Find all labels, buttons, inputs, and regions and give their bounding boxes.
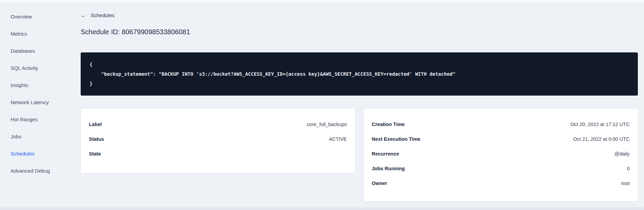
sidebar-item-metrics[interactable]: Metrics [0,25,81,42]
schedule-definition-code-block: { "backup_statement": "BACKUP INTO 's3:/… [81,52,638,96]
detail-row-state: State [89,146,347,161]
bottom-edge-strip [0,207,644,210]
sidebar-item-schedules[interactable]: Schedules [0,145,81,162]
row-label: Creation Time [372,122,405,127]
sidebar-item-insights[interactable]: Insights [0,76,81,94]
row-value: ACTIVE [329,136,347,142]
back-link-label: Schedules [91,13,115,18]
detail-row-status: Status ACTIVE [89,132,347,146]
row-value: @daily [614,151,630,157]
detail-row-jobs-running: Jobs Running 0 [372,161,630,176]
row-label: Owner [372,181,387,186]
sidebar-item-advanced-debug[interactable]: Advanced Debug [0,162,81,179]
sidebar-item-databases[interactable]: Databases [0,42,81,59]
row-label: State [89,151,101,157]
sidebar: Overview Metrics Databases SQL Activity … [0,0,81,210]
sidebar-item-network-latency[interactable]: Network Latency [0,94,81,111]
schedule-details-page: ← Schedules Schedule ID: 806799098533806… [81,0,638,201]
schedule-timing-card: Creation Time Oct 20, 2022 at 17:12 UTC … [364,109,638,201]
detail-row-owner: Owner root [372,176,630,190]
detail-cards-row: Label core_full_backups Status ACTIVE St… [81,109,638,201]
row-label: Jobs Running [372,166,405,171]
detail-row-label: Label core_full_backups [89,117,347,132]
sidebar-item-jobs[interactable]: Jobs [0,128,81,145]
row-value: root [621,181,630,186]
back-to-schedules-link[interactable]: ← Schedules [81,13,115,18]
sidebar-item-overview[interactable]: Overview [0,8,81,25]
detail-row-creation-time: Creation Time Oct 20, 2022 at 17:12 UTC [372,117,630,132]
back-arrow-icon: ← [81,13,86,18]
sidebar-item-sql-activity[interactable]: SQL Activity [0,59,81,76]
row-label: Recurrence [372,151,399,157]
row-label: Status [89,136,104,142]
detail-row-next-execution-time: Next Execution Time Oct 21, 2022 at 0:00… [372,132,630,146]
sidebar-item-hot-ranges[interactable]: Hot Ranges [0,111,81,128]
row-value: 0 [627,166,630,171]
row-value: Oct 20, 2022 at 17:12 UTC [571,122,630,127]
row-value: Oct 21, 2022 at 0:00 UTC [573,136,630,142]
row-value: core_full_backups [307,122,347,127]
schedule-label-card: Label core_full_backups Status ACTIVE St… [81,109,355,173]
detail-row-recurrence: Recurrence @daily [372,146,630,161]
page-title: Schedule ID: 806799098533806081 [81,27,638,36]
row-label: Label [89,122,102,127]
row-label: Next Execution Time [372,136,420,142]
